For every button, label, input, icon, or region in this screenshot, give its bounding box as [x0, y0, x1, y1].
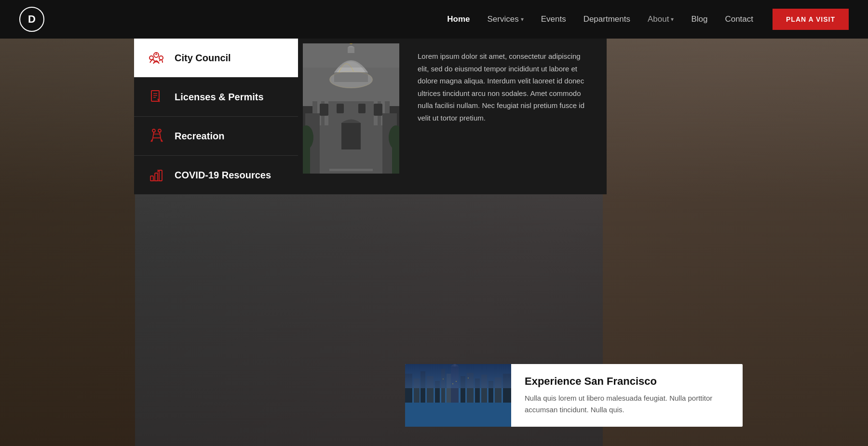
menu-item-licenses[interactable]: Licenses & Permits	[134, 77, 298, 116]
svg-rect-35	[374, 104, 382, 116]
svg-rect-16	[159, 170, 162, 181]
svg-point-2	[159, 56, 163, 60]
svg-rect-40	[329, 169, 373, 171]
nav-home[interactable]: Home	[447, 14, 470, 24]
recreation-label: Recreation	[175, 131, 224, 142]
city-council-label: City Council	[175, 53, 231, 64]
dropdown-menu-list: City Council Licenses & Permits	[134, 39, 298, 194]
dropdown-content: Lorem ipsum dolor sit amet, consectetur …	[298, 39, 607, 194]
council-icon	[148, 49, 165, 67]
nav-events[interactable]: Events	[541, 14, 566, 24]
menu-item-covid[interactable]: COVID-19 Resources	[134, 155, 298, 194]
svg-rect-42	[303, 43, 399, 68]
nav-services-label: Services	[487, 14, 518, 24]
nav-links: Home Services ▾ Events Departments About…	[447, 14, 753, 24]
video-card: Experience San Francisco Nulla quis lore…	[405, 364, 743, 427]
nav-departments[interactable]: Departments	[583, 14, 630, 24]
about-chevron-icon: ▾	[671, 16, 674, 23]
svg-point-6	[152, 129, 155, 132]
services-chevron-icon: ▾	[521, 16, 524, 23]
nav-blog[interactable]: Blog	[691, 14, 707, 24]
video-thumbnail	[405, 364, 511, 427]
logo-letter: D	[28, 13, 36, 26]
bg-buildings-left	[0, 39, 135, 446]
navbar: D Home Services ▾ Events Departments Abo…	[0, 0, 868, 39]
covid-label: COVID-19 Resources	[175, 170, 271, 181]
svg-rect-33	[341, 123, 361, 149]
licenses-label: Licenses & Permits	[175, 92, 264, 103]
menu-item-recreation[interactable]: Recreation	[134, 116, 298, 155]
nav-about-label: About	[648, 14, 669, 24]
dropdown-image	[303, 43, 399, 174]
recreation-icon	[148, 127, 165, 145]
covid-icon	[148, 166, 165, 184]
nav-contact[interactable]: Contact	[725, 14, 753, 24]
logo[interactable]: D	[19, 7, 44, 32]
video-info: Experience San Francisco Nulla quis lore…	[511, 364, 743, 427]
svg-line-8	[153, 132, 154, 138]
svg-rect-24	[334, 72, 368, 82]
menu-item-city-council[interactable]: City Council	[134, 39, 298, 77]
dropdown-description-text: Lorem ipsum dolor sit amet, consectetur …	[418, 50, 593, 124]
video-title: Experience San Francisco	[525, 375, 729, 388]
permits-icon	[148, 88, 165, 106]
nav-services[interactable]: Services ▾	[487, 14, 523, 24]
svg-line-9	[160, 132, 161, 138]
svg-rect-34	[320, 104, 328, 116]
svg-point-7	[158, 129, 161, 132]
plan-visit-button[interactable]: PLAN A VISIT	[773, 9, 849, 30]
nav-about[interactable]: About ▾	[648, 14, 674, 24]
svg-point-1	[149, 56, 153, 60]
svg-rect-71	[405, 364, 511, 388]
dropdown-description: Lorem ipsum dolor sit amet, consectetur …	[404, 39, 607, 194]
svg-rect-37	[358, 104, 366, 113]
svg-rect-36	[337, 104, 344, 113]
svg-point-5	[159, 101, 160, 102]
svg-point-3	[156, 53, 157, 54]
svg-rect-14	[150, 176, 153, 181]
services-dropdown: City Council Licenses & Permits	[134, 39, 607, 194]
svg-rect-41	[325, 171, 378, 174]
svg-rect-69	[405, 403, 511, 427]
svg-rect-15	[155, 173, 158, 181]
video-description: Nulla quis lorem ut libero malesuada feu…	[525, 392, 729, 416]
